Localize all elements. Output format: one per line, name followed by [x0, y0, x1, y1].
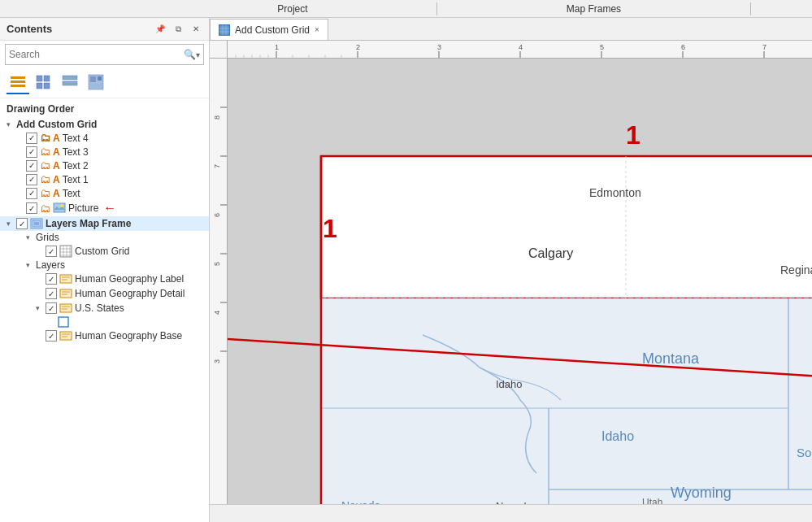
svg-rect-0	[11, 76, 25, 79]
list-item[interactable]: 🗂 A Text 1	[0, 172, 209, 186]
float-button[interactable]: ⧉	[172, 23, 185, 36]
text2-folder-icon: 🗂	[40, 159, 50, 172]
text-checkbox[interactable]	[26, 188, 37, 199]
svg-text:Idaho: Idaho	[601, 429, 634, 443]
picture-label: Picture	[68, 202, 98, 214]
map-viewport[interactable]: 1 2 3 4 5 6 7	[210, 41, 812, 504]
grids-label: Grids	[36, 232, 59, 243]
picture-icon	[53, 202, 66, 215]
svg-rect-39	[219, 25, 229, 35]
us-states-symbol-item	[0, 315, 209, 328]
svg-rect-36	[60, 332, 72, 340]
search-dropdown-icon[interactable]: ▾	[196, 50, 200, 59]
tab-grid-icon	[219, 24, 230, 36]
status-bar	[210, 504, 812, 522]
layers-map-frame-item[interactable]: ▾ Layers Map Frame	[0, 216, 209, 231]
map-content[interactable]: Edmonton Calgary Regina Montana North Da…	[228, 59, 812, 504]
text2-checkbox[interactable]	[26, 160, 37, 172]
close-panel-button[interactable]: ✕	[189, 23, 202, 36]
list-item[interactable]: 🗂 A Text	[0, 186, 209, 200]
thumbnail-view-button[interactable]	[59, 72, 81, 94]
text3-folder-icon: 🗂	[40, 146, 50, 158]
menu-project[interactable]: Project	[267, 3, 317, 15]
svg-rect-3	[37, 76, 42, 81]
human-geo-detail-item[interactable]: Human Geography Detail	[0, 286, 209, 301]
panel-header: Contents 📌 ⧉ ✕	[0, 18, 209, 41]
svg-text:5: 5	[600, 43, 604, 51]
expand-icon-mapframe: ▾	[7, 220, 16, 228]
svg-rect-32	[60, 304, 72, 312]
text3-checkbox[interactable]	[26, 146, 37, 158]
text1-checkbox[interactable]	[26, 174, 37, 185]
list-view-button[interactable]	[7, 72, 29, 94]
svg-text:Montana: Montana	[642, 350, 700, 367]
list-item[interactable]: 🗂 A Text 3	[0, 145, 209, 159]
panel-controls: 📌 ⧉ ✕	[154, 23, 202, 36]
ruler-left-svg: 8 7 6 5 4 3	[210, 59, 227, 504]
grids-item[interactable]: ▾ Grids	[0, 231, 209, 244]
menu-bar: Project Map Frames	[0, 0, 812, 18]
human-geo-detail-label: Human Geography Detail	[75, 288, 185, 299]
us-states-icon	[59, 302, 72, 315]
svg-rect-11	[98, 76, 102, 80]
human-geo-base-checkbox[interactable]	[46, 330, 57, 341]
us-states-label: U.S. States	[75, 302, 124, 314]
svg-text:Nevada: Nevada	[496, 500, 533, 504]
svg-text:Wyoming: Wyoming	[671, 485, 732, 501]
map-background: Edmonton Calgary Regina Montana North Da…	[228, 59, 812, 504]
layers-folder-item[interactable]: ▾ Layers	[0, 259, 209, 272]
human-geo-base-label: Human Geography Base	[75, 330, 182, 341]
svg-rect-82	[321, 156, 812, 298]
human-geo-base-item[interactable]: Human Geography Base	[0, 328, 209, 343]
svg-text:South Dakota: South Dakota	[797, 446, 812, 459]
text4-checkbox[interactable]	[26, 133, 37, 144]
svg-rect-2	[11, 85, 25, 87]
svg-text:Edmonton: Edmonton	[589, 186, 641, 199]
text4-a-icon: A	[53, 133, 60, 144]
svg-text:Utah: Utah	[642, 497, 662, 504]
svg-rect-18	[34, 222, 39, 225]
tab-icon	[219, 24, 230, 36]
svg-rect-7	[63, 76, 77, 80]
grid-icon	[59, 245, 72, 258]
map-frame-icon	[30, 217, 43, 230]
tree-root[interactable]: ▾ Add Custom Grid	[0, 118, 209, 131]
list-item[interactable]: 🗂 A Text 2	[0, 159, 209, 172]
human-geo-label-item[interactable]: Human Geography Label	[0, 272, 209, 286]
menu-separator-2	[750, 2, 751, 15]
root-label: Add Custom Grid	[16, 119, 97, 130]
tab-close-button[interactable]: ×	[315, 25, 319, 34]
human-geo-label-checkbox[interactable]	[46, 273, 57, 285]
list-item[interactable]: 🗂 A Text 4	[0, 131, 209, 145]
detail-view-button[interactable]	[33, 72, 55, 94]
picture-checkbox[interactable]	[26, 202, 37, 214]
human-geo-detail-checkbox[interactable]	[46, 288, 57, 299]
svg-text:6: 6	[213, 213, 221, 217]
add-custom-grid-tab[interactable]: Add Custom Grid ×	[210, 19, 328, 40]
toolbar-row	[0, 68, 209, 98]
custom-grid-item[interactable]: Custom Grid	[0, 244, 209, 259]
list-item[interactable]: 🗂 Picture ←	[0, 200, 209, 216]
svg-rect-6	[44, 83, 50, 89]
svg-text:Nevada: Nevada	[341, 499, 380, 504]
svg-rect-26	[60, 275, 72, 283]
us-states-item[interactable]: ▾ U.S. States	[0, 301, 209, 315]
search-input[interactable]	[9, 49, 184, 60]
custom-grid-checkbox[interactable]	[46, 246, 57, 257]
us-states-checkbox[interactable]	[46, 302, 57, 314]
arrow-indicator: ←	[103, 201, 116, 215]
svg-text:1: 1	[626, 120, 640, 150]
contents-panel: Contents 📌 ⧉ ✕ 🔍 ▾	[0, 18, 210, 522]
mapframe-checkbox[interactable]	[16, 218, 28, 229]
large-thumbnail-view-button[interactable]	[85, 72, 107, 94]
expand-icon: ▾	[7, 120, 16, 128]
menu-map-frames[interactable]: Map Frames	[557, 3, 631, 15]
detail-view-icon	[35, 73, 53, 91]
pin-button[interactable]: 📌	[154, 23, 167, 36]
ruler-left: 8 7 6 5 4 3	[210, 59, 228, 504]
text-folder-icon: 🗂	[40, 187, 50, 199]
svg-text:4: 4	[213, 311, 221, 315]
text3-a-icon: A	[53, 146, 60, 158]
svg-text:8: 8	[213, 115, 221, 120]
panel-title: Contents	[7, 23, 52, 35]
